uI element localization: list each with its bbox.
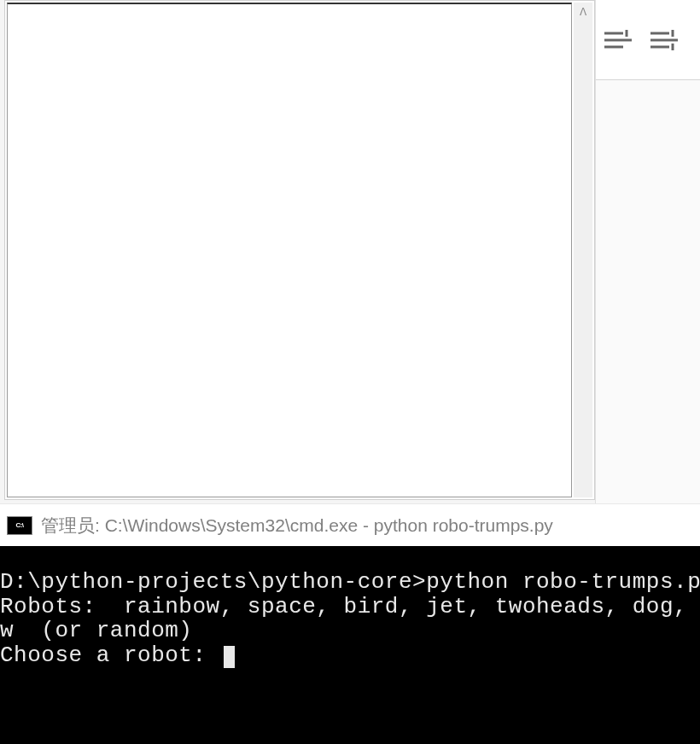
canvas-area[interactable]: [7, 3, 572, 497]
terminal-line-3: w (or random): [0, 618, 192, 643]
vertical-scrollbar[interactable]: ᐱ: [574, 3, 592, 497]
titlebar-text: 管理员: C:\Windows\System32\cmd.exe - pytho…: [41, 514, 553, 538]
scroll-up-button[interactable]: ᐱ: [574, 3, 592, 21]
right-panel: [595, 0, 700, 503]
top-area: ᐱ: [0, 0, 700, 503]
numbered-list-icon[interactable]: [650, 26, 678, 54]
terminal-prompt: Choose a robot:: [0, 642, 220, 668]
terminal-cursor: [224, 646, 235, 668]
cmd-titlebar: C:\ 管理员: C:\Windows\System32\cmd.exe - p…: [0, 503, 700, 546]
terminal-line-1: D:\python-projects\python-core>python ro…: [0, 569, 700, 595]
terminal-output[interactable]: D:\python-projects\python-core>python ro…: [0, 546, 700, 744]
right-toolbar: [596, 0, 700, 80]
canvas-window: ᐱ: [4, 0, 595, 500]
cmd-icon-label: C:\: [15, 521, 23, 529]
list-icon[interactable]: [604, 26, 632, 54]
cmd-icon: C:\: [7, 516, 32, 535]
terminal-line-2: Robots: rainbow, space, bird, jet, twohe…: [0, 594, 700, 619]
